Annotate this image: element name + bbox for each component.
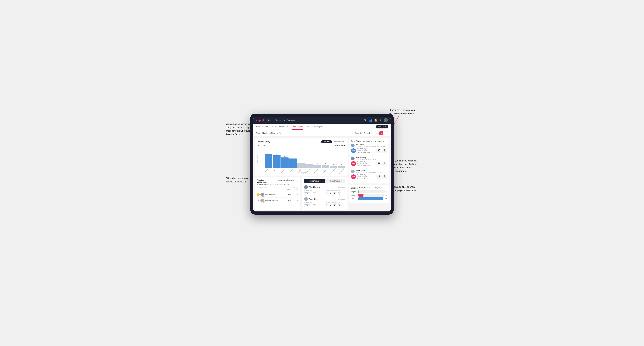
active-player-2: Rees Britt 02 Sep 2023 Total Rounds Tour… (304, 196, 346, 208)
pars-label: Pars (351, 198, 357, 199)
arg-1: ARG 0 (334, 192, 336, 195)
shot-item-3: David Ford 24 Aug 2023 · Royal North Dev… (351, 168, 387, 181)
lb-cols: PLAYER NAME PB SCORE PB AVG SQ (257, 187, 298, 191)
most-active-tab[interactable]: Most Active (304, 179, 325, 183)
main-content: Player Activity On Course Practice Drill… (254, 137, 390, 211)
active-avatar-2 (304, 197, 308, 201)
active-name-1: Blair McHarg (309, 186, 336, 188)
scoring-filter-2[interactable]: All Players (372, 187, 380, 189)
lb-badge-2: 2 (263, 201, 264, 203)
list-view-btn[interactable]: ☰ (384, 131, 388, 135)
all-players-filter[interactable]: All Players (374, 140, 382, 142)
activities-label-2: Total Practice Activities (326, 202, 346, 203)
eagles-val: 3 (386, 191, 387, 192)
shot-avatar-3 (351, 170, 354, 173)
divider (362, 140, 362, 142)
divider2 (373, 140, 374, 142)
nav-teams[interactable]: Teams (276, 119, 281, 121)
eagles-label: Eagles (351, 191, 357, 192)
avatar[interactable]: U (384, 118, 388, 122)
shot-chevron-3[interactable]: › (386, 170, 387, 173)
heart-view-btn[interactable]: ♥ (380, 131, 383, 135)
pars-bar (358, 197, 383, 200)
edit-icon[interactable]: ✏️ (278, 132, 281, 134)
nav-my-performance[interactable]: My Performance (284, 119, 298, 121)
scoring-card: Scoring Par 3, 4 & 5s ▼ All Players ▼ Ea… (349, 185, 389, 203)
birdies-val: 96 (386, 194, 387, 196)
lb-col-name: PLAYER NAME (257, 187, 284, 190)
tab-pgat-players[interactable]: PGAT Players (256, 124, 268, 130)
bar-0 (265, 154, 272, 168)
leaderboard-card: Practice Leaderboards PUTT Must Make Put… (255, 177, 300, 210)
least-active-tab[interactable]: Least Active (325, 179, 346, 183)
bar-3 (289, 159, 296, 168)
lb-dropdown[interactable]: PUTT Must Make Putting ... (277, 179, 296, 183)
tab-tour[interactable]: Tour (306, 124, 310, 130)
team-name: Team Clippd | 14 Players (256, 132, 278, 134)
bar-2 (281, 158, 288, 168)
practice-drills-toggle[interactable]: Practice Drills (333, 140, 346, 143)
view-icons: ⊞ ♥ ☰ (375, 131, 388, 135)
scoring-filter-1[interactable]: Par 3, 4 & 5s (359, 187, 368, 189)
all-shots-filter[interactable]: All Shots (363, 140, 370, 142)
lb-avg-1: 110 (292, 194, 298, 195)
nav-home[interactable]: Home (268, 119, 272, 121)
lb-row-2: 2 2 Edward Crossman 18/20 107 (257, 198, 298, 203)
lb-subtitle: PUTT Must Make Putting (3-6 ft), Last 3 … (257, 184, 298, 186)
shot-chevron-1[interactable]: › (386, 144, 387, 147)
bars-container: 1312109543322 (265, 148, 346, 168)
shot-chevron-2[interactable]: › (386, 157, 387, 160)
shot-name-1: Matt Miller (356, 144, 385, 146)
chart-area: 15 10 5 0 1312109543322 (262, 148, 346, 169)
bell-icon[interactable]: 🔔 (374, 119, 377, 122)
active-stats-1: Total Rounds Tournament 7 Practice (304, 190, 346, 195)
players-label: Players (262, 172, 346, 173)
shot-avatar-1 (351, 144, 354, 147)
shot-details-3: 198 Shot Dist: 16 yds Start Lie: Rough E… (351, 174, 387, 180)
tab-pga[interactable]: PGA (272, 124, 276, 130)
players-chevron-icon: ▼ (383, 141, 384, 142)
on-course-label: On Course (257, 145, 265, 147)
activities-group-2: Total Practice Activities GTT 0 APP (326, 202, 346, 207)
activities-row-1: GTT 0 APP 0 (326, 192, 346, 195)
add-team-button[interactable]: Add Team (376, 125, 388, 128)
on-course-toggle[interactable]: On Course (321, 140, 332, 143)
show-label: Show: (354, 132, 360, 134)
toggle-btns: On Course Practice Drills (321, 140, 346, 143)
tab-team-clippd[interactable]: Team Clippd (292, 124, 303, 130)
lb-avg-2: 107 (292, 199, 298, 201)
plus-circle-icon[interactable]: ⊕ (380, 119, 382, 122)
stat-pill-carry-3: 0 yds (382, 174, 387, 179)
stat-pill-dist-3: 16 yds (376, 174, 381, 179)
bar-group-5: 4 (306, 162, 313, 168)
active-date-2: 02 Sep 2023 (338, 198, 346, 200)
page-wrapper: Choose the timescale youwish to see the … (226, 103, 418, 243)
lb-avatar-2: 2 (260, 198, 264, 202)
lb-col-pb: PB SCORE (284, 187, 292, 190)
bar-1 (273, 155, 280, 168)
scoring-chevron-2: ▼ (381, 187, 382, 189)
scoring-bars: Eagles 3 Birdies (351, 190, 387, 200)
active-p1-header: Blair McHarg 26 Aug 2023 (304, 185, 346, 189)
tab-all-players[interactable]: All Players (314, 124, 323, 130)
bar-group-3: 9 (289, 157, 296, 168)
active-player-1: Blair McHarg 26 Aug 2023 Total Rounds To… (304, 184, 346, 196)
practice-val-2: 4 (312, 205, 316, 207)
total-rounds-dropdown[interactable]: Total Rounds ▼ (334, 145, 346, 147)
best-shots-title: Best Shots (351, 140, 361, 142)
tab-hcaps[interactable]: Hcaps 1-5 (279, 124, 288, 130)
bar-group-1: 12 (273, 154, 280, 168)
activities-label-1: Total Practice Activities (326, 190, 346, 191)
show-dropdown[interactable]: Last 3 months (360, 132, 371, 134)
shot-badge-1: 200 (351, 148, 356, 153)
bar-9 (338, 166, 346, 168)
grid-view-btn[interactable]: ⊞ (375, 131, 379, 135)
lb-name-2: Edward Crossman (265, 199, 284, 201)
shot-avatar-2 (351, 157, 354, 160)
search-icon[interactable]: 🔍 (364, 119, 367, 122)
tablet-frame: clippd Home Teams My Performance 🔍 👥 🔔 ⊕… (250, 114, 394, 215)
shots-chevron-icon: ▼ (371, 141, 372, 142)
stat-pill-dist-1: 67 yds (376, 149, 381, 153)
nav-bar: clippd Home Teams My Performance 🔍 👥 🔔 ⊕… (254, 117, 390, 124)
users-icon[interactable]: 👥 (369, 119, 372, 122)
